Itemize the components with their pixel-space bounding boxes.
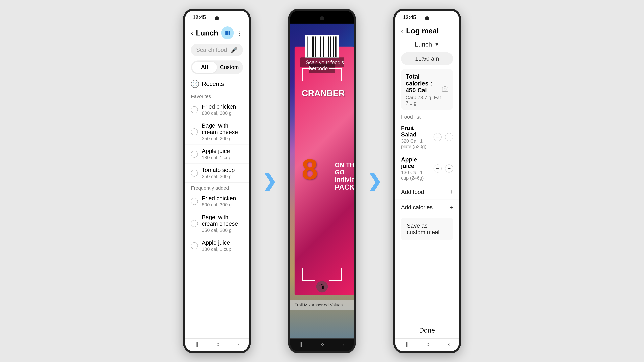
decrease-apple-juice-button[interactable]: − — [434, 164, 442, 173]
clock-icon: 🕐 — [191, 80, 199, 88]
svg-rect-4 — [228, 31, 228, 35]
back-button[interactable]: ‹ — [401, 27, 403, 34]
trash-button[interactable]: 🗑 — [316, 281, 328, 293]
svg-rect-2 — [226, 31, 227, 35]
more-options-button[interactable]: ⋮ — [236, 29, 243, 37]
food-list-label: Food list — [395, 112, 459, 121]
svg-rect-3 — [228, 31, 228, 35]
camera-viewfinder: Scan your food's barcode. CRANBER 8 ON T… — [290, 23, 354, 339]
radio-button[interactable] — [191, 198, 198, 205]
add-icon: + — [449, 188, 453, 196]
frequently-added-section-title: Frequently added — [185, 183, 249, 192]
calories-title: Total calories : 450 Cal — [406, 73, 442, 94]
decrease-fruit-salad-button[interactable]: − — [434, 133, 442, 141]
radio-button[interactable] — [191, 170, 198, 177]
svg-rect-0 — [225, 31, 226, 35]
nav-back-icon[interactable]: ‹ — [238, 341, 240, 347]
nav-menu-icon[interactable]: || — [300, 341, 302, 347]
arrow-2: ❯ — [367, 171, 382, 191]
nav-home-icon[interactable]: ○ — [216, 341, 220, 347]
save-custom-meal-button[interactable]: Save as custom meal — [401, 218, 453, 240]
phone-2: Scan your food's barcode. CRANBER 8 ON T… — [288, 8, 356, 353]
phone3-header: ‹ Log meal — [395, 23, 459, 38]
svg-rect-5 — [229, 31, 229, 35]
barcode-icon — [224, 30, 230, 36]
recents-row[interactable]: 🕐 Recents — [185, 77, 249, 91]
phone2-camera — [320, 16, 324, 20]
nav-back-icon[interactable]: ‹ — [448, 341, 450, 347]
product-number: 8 — [302, 153, 318, 186]
radio-button[interactable] — [191, 151, 198, 158]
phone1-nav-bar: ||| ○ ‹ — [185, 339, 249, 351]
product-cranberry-text: CRANBER — [302, 88, 345, 98]
phone1-content: ‹ Lunch ⋮ Search food 🎤 — [185, 23, 249, 339]
add-food-button[interactable]: Add food + — [395, 184, 459, 200]
radio-button[interactable] — [191, 106, 198, 113]
nav-menu-icon[interactable]: ||| — [194, 341, 198, 347]
mic-icon[interactable]: 🎤 — [230, 46, 238, 53]
phone-1: 12:45 ‹ Lunch ⋮ Search food — [183, 8, 251, 353]
scan-hint: Scan your food's barcode. — [290, 59, 354, 71]
scan-corner-tl — [302, 68, 315, 81]
phone1-header: ‹ Lunch ⋮ — [185, 23, 249, 42]
phone-3: 12:45 ‹ Log meal Lunch ▼ 11:50 am Total … — [393, 8, 461, 353]
scan-corner-bl — [302, 268, 315, 281]
recents-label: Recents — [202, 80, 224, 87]
search-placeholder: Search food — [196, 47, 228, 53]
back-button[interactable]: ‹ — [191, 29, 193, 36]
nav-home-icon[interactable]: ○ — [321, 341, 324, 347]
calories-summary-card: Total calories : 450 Cal Carb 73.7 g, Fa… — [401, 69, 453, 110]
trash-icon: 🗑 — [319, 283, 325, 290]
phone3-notch: 12:45 — [395, 11, 459, 23]
food-item-fried-chicken-fav[interactable]: Fried chicken 800 cal, 300 g — [185, 100, 249, 119]
increase-apple-juice-button[interactable]: + — [445, 164, 453, 173]
filter-tabs: All Custom — [191, 60, 243, 74]
phone2-notch — [290, 11, 354, 23]
svg-rect-1 — [226, 31, 226, 35]
food-item-tomato-soup-fav[interactable]: Tomato soup 250 cal, 300 g — [185, 164, 249, 183]
food-item-bagel-freq[interactable]: Bagel with cream cheese 350 cal, 200 g — [185, 211, 249, 236]
camera-icon[interactable] — [442, 85, 448, 94]
food-item-fruit-salad[interactable]: Fruit Salad 320 Cal, 1 plate (530g) − + — [395, 121, 459, 153]
nav-home-icon[interactable]: ○ — [427, 341, 430, 347]
nav-back-icon[interactable]: ‹ — [343, 341, 344, 347]
radio-button[interactable] — [191, 128, 198, 135]
food-item-apple-juice-freq[interactable]: Apple juice 180 cal, 1 cup — [185, 236, 249, 255]
phone1-notch: 12:45 — [185, 11, 249, 23]
favorites-section-title: Favorites — [185, 91, 249, 100]
radio-button[interactable] — [191, 242, 198, 249]
phone3-nav-bar: ||| ○ ‹ — [395, 339, 459, 351]
phone3-camera — [425, 16, 429, 20]
add-calories-button[interactable]: Add calories + — [395, 200, 459, 215]
phone2-nav-bar: || ○ ‹ — [290, 339, 354, 351]
increase-fruit-salad-button[interactable]: + — [445, 133, 453, 141]
nav-menu-icon[interactable]: ||| — [404, 341, 408, 347]
product-box-label: ON THE GO individual PACKS — [335, 161, 354, 191]
macros-detail: Carb 73.7 g, Fat 7.1 g — [406, 95, 442, 106]
tab-all[interactable]: All — [192, 62, 217, 73]
price-label: Trail Mix Assorted Values — [290, 300, 354, 310]
phone1-time: 12:45 — [192, 14, 206, 20]
done-button[interactable]: Done — [395, 322, 459, 339]
meal-type-selector[interactable]: Lunch ▼ — [395, 38, 459, 51]
add-calories-icon: + — [449, 204, 453, 211]
dropdown-arrow-icon: ▼ — [434, 41, 440, 47]
phone3-content: ‹ Log meal Lunch ▼ 11:50 am Total calori… — [395, 23, 459, 339]
tab-custom[interactable]: Custom — [217, 62, 242, 73]
phone1-camera — [215, 16, 219, 20]
arrow-1: ❯ — [262, 171, 277, 191]
scan-corner-br — [329, 268, 342, 281]
meal-type-label: Lunch — [415, 41, 432, 48]
search-bar[interactable]: Search food 🎤 — [191, 44, 243, 56]
page-title: Lunch — [196, 28, 218, 37]
page-title: Log meal — [406, 26, 453, 35]
phone3-time: 12:45 — [403, 14, 416, 20]
food-item-bagel-fav[interactable]: Bagel with cream cheese 350 cal, 200 g — [185, 119, 249, 145]
barcode-scan-button[interactable] — [221, 26, 234, 39]
food-item-apple-juice[interactable]: Apple juice 130 Cal, 1 cup (246g) − + — [395, 153, 459, 184]
time-selector-button[interactable]: 11:50 am — [401, 52, 453, 65]
radio-button[interactable] — [191, 220, 198, 227]
food-item-apple-juice-fav[interactable]: Apple juice 180 cal, 1 cup — [185, 145, 249, 164]
food-item-fried-chicken-freq[interactable]: Fried chicken 800 cal, 300 g — [185, 192, 249, 211]
svg-point-8 — [444, 88, 446, 90]
